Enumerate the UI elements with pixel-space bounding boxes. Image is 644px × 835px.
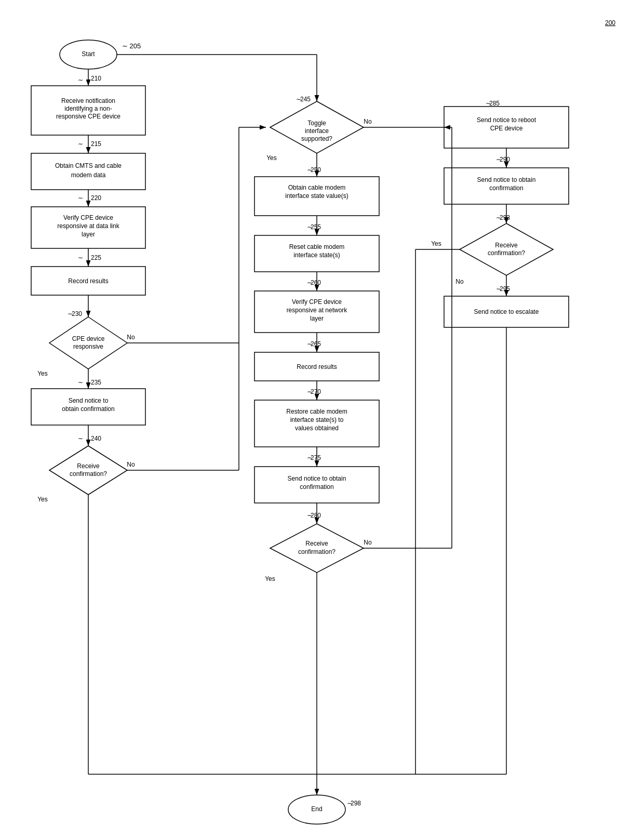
box-285-text1: Send notice to reboot — [477, 116, 536, 124]
box-220-text3: layer — [82, 231, 95, 238]
box-215-text1: Obtain CMTS and cable — [55, 162, 122, 169]
yes-240: Yes — [37, 496, 48, 503]
box-210-text3: responsive CPE device — [56, 113, 120, 120]
ref-215: 215 — [91, 140, 101, 148]
ref-210: 210 — [91, 75, 101, 82]
diamond-280-text2: confirmation? — [298, 548, 336, 555]
ref-220-tilde: ∼ — [78, 194, 83, 202]
diamond-245-text2: interface — [305, 127, 329, 135]
ref-280: 280 — [311, 512, 321, 519]
end-label: End — [311, 805, 322, 813]
box-225-text: Record results — [68, 277, 108, 285]
box-260-text3: layer — [310, 315, 324, 322]
box-275-text1: Send notice to obtain — [288, 475, 346, 482]
no-240: No — [127, 461, 135, 468]
box-255-text2: interface state(s) — [293, 251, 340, 259]
ref-260: 260 — [311, 279, 321, 286]
flowchart-diagram: 200 Start ∼ 205 ∼ 210 Receive notificati… — [0, 0, 644, 835]
ref-225: 225 — [91, 254, 101, 261]
ref-270: 270 — [311, 388, 321, 395]
no-245: No — [364, 118, 372, 125]
box-270-text2: interface state(s) to — [290, 416, 344, 423]
diamond-240-text1: Receive — [77, 462, 100, 470]
ref-295: 295 — [500, 285, 510, 293]
box-260-text2: responsive at network — [287, 307, 348, 314]
ref-250: 250 — [311, 166, 321, 174]
ref-285: 285 — [489, 100, 500, 107]
box-295-text: Send notice to escalate — [474, 308, 539, 315]
ref-298: 298 — [351, 800, 361, 807]
box-270-text1: Restore cable modem — [286, 408, 347, 415]
ref-240-tilde: ∼ — [78, 435, 83, 442]
box-235-text2: obtain confirmation — [62, 405, 114, 413]
no-280: No — [364, 539, 372, 546]
diamond-245-text3: supported? — [301, 135, 332, 142]
ref-290: 290 — [500, 156, 510, 163]
box-210-text1: Receive notification — [61, 97, 115, 104]
yes-293: Yes — [431, 240, 441, 247]
no-230: No — [127, 334, 135, 341]
diamond-245-text1: Toggle — [307, 120, 326, 127]
start-label: Start — [82, 50, 95, 58]
ref-205: ∼ 205 — [122, 42, 141, 50]
yes-230: Yes — [37, 370, 48, 377]
diamond-230-text1: CPE device — [72, 335, 105, 342]
box-275-text2: confirmation — [300, 483, 333, 491]
box-215-text2: modem data — [71, 171, 106, 179]
ref-275: 275 — [311, 454, 321, 461]
diamond-280-text1: Receive — [305, 540, 328, 547]
box-290-text1: Send notice to obtain — [477, 176, 536, 183]
ref-230: 230 — [72, 310, 82, 317]
box-235-text1: Send notice to — [69, 397, 109, 404]
ref-235: 235 — [91, 379, 101, 386]
no-293: No — [455, 278, 464, 285]
diamond-293-text1: Receive — [495, 242, 518, 249]
yes-245: Yes — [266, 154, 277, 162]
box-260-text1: Verify CPE device — [292, 298, 342, 306]
box-220-text1: Verify CPE device — [63, 214, 113, 221]
box-250-text2: interface state value(s) — [285, 192, 348, 200]
yes-280: Yes — [265, 575, 275, 582]
ref-210-label: ∼ — [78, 76, 83, 84]
box-270-text3: values obtained — [295, 425, 339, 432]
box-220-text2: responsive at data link — [57, 222, 119, 230]
box-265-text: Record results — [297, 363, 337, 370]
box-285-text2: CPE device — [490, 125, 523, 132]
diamond-230-text2: responsive — [73, 343, 103, 350]
diamond-240-text2: confirmation? — [70, 470, 107, 478]
box-250-text1: Obtain cable modem — [288, 184, 346, 191]
ref-215-tilde: ∼ — [78, 140, 83, 148]
page-number: 200 — [605, 19, 615, 26]
ref-220: 220 — [91, 194, 101, 202]
ref-235-tilde: ∼ — [78, 379, 83, 386]
box-210-text2: identifying a non- — [64, 105, 112, 112]
ref-293: 293 — [500, 214, 510, 221]
box-255-text1: Reset cable modem — [289, 243, 345, 250]
ref-265: 265 — [311, 340, 321, 348]
ref-245: 245 — [300, 96, 311, 103]
diamond-293-text2: confirmation? — [488, 249, 525, 257]
box-290-text2: confirmation — [489, 184, 523, 192]
ref-255: 255 — [311, 223, 321, 231]
ref-240: 240 — [91, 435, 101, 442]
ref-225-tilde: ∼ — [78, 254, 83, 261]
